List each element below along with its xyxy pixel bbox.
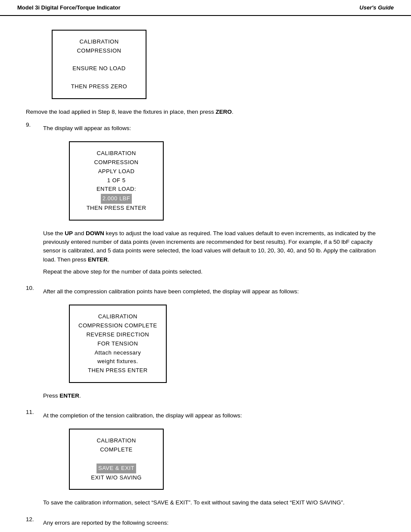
step-10: 10. After all the compression calibratio… [26, 284, 385, 404]
calibration-screen-4: CALIBRATION COMPLETE SAVE & EXIT EXIT W/… [69, 429, 164, 490]
press-enter-bold: ENTER [59, 392, 79, 399]
step-10-intro: After all the compression calibration po… [43, 287, 385, 296]
screen3-line3: REVERSE DIRECTION [78, 330, 157, 339]
para-step8-end: . [232, 109, 234, 115]
header-title-left: Model 3i Digital Force/Torque Indicator [17, 4, 121, 11]
step-12-content: Any errors are reported by the following… [43, 515, 385, 531]
screen1-line4: THEN PRESS ZERO [61, 82, 137, 91]
screen2-highlight: 2.000 LBF [78, 194, 154, 204]
para-up-key: UP [65, 230, 73, 236]
page-content: CALIBRATION COMPRESSION ENSURE NO LOAD T… [0, 16, 411, 532]
screen1-line3: ENSURE NO LOAD [61, 64, 137, 73]
screen4-line4: EXIT W/O SAVING [78, 473, 154, 482]
screen3-line4: FOR TENSION [78, 339, 157, 348]
screen4-spacer [78, 454, 154, 464]
step-12-num: 12. [26, 515, 43, 531]
para-repeat: Repeat the above step for the number of … [43, 268, 385, 276]
para-ud-end: . [108, 256, 109, 263]
screen2-line5: ENTER LOAD: [78, 185, 154, 194]
step-11-content: At the completion of the tension calibra… [43, 408, 385, 510]
screen2-line4: 1 OF 5 [78, 176, 154, 185]
screen1-line2: COMPRESSION [61, 47, 137, 56]
screen2-line7: THEN PRESS ENTER [78, 204, 154, 213]
page: Model 3i Digital Force/Torque Indicator … [0, 0, 411, 532]
para-step8: Remove the load applied in Step 8, leave… [26, 108, 385, 116]
press-enter-end: . [79, 392, 81, 399]
step-9-num: 9. [26, 121, 43, 280]
page-header: Model 3i Digital Force/Torque Indicator … [0, 0, 411, 16]
screen2-line1: CALIBRATION [78, 149, 154, 158]
para-step8-text: Remove the load applied in Step 8, leave… [26, 109, 216, 115]
screen4-line2: COMPLETE [78, 445, 154, 454]
screen3-line5: Attach necessary [78, 348, 157, 358]
screen4-line1: CALIBRATION [78, 436, 154, 445]
step-9-intro: The display will appear as follows: [43, 124, 385, 133]
screen3-line6: weight fixtures. [78, 357, 157, 366]
step-10-num: 10. [26, 284, 43, 404]
step-11-num: 11. [26, 408, 43, 510]
para-and: and [73, 230, 86, 236]
screen3-line2: COMPRESSION COMPLETE [78, 321, 157, 330]
para-step8-bold: ZERO [216, 109, 232, 115]
screen1-spacer2 [61, 73, 137, 82]
step-11-intro: At the completion of the tension calibra… [43, 411, 385, 420]
screen1-line1: CALIBRATION [61, 37, 137, 47]
para-down-key: DOWN [86, 230, 104, 236]
calibration-screen-3: CALIBRATION COMPRESSION COMPLETE REVERSE… [69, 305, 167, 383]
step-11: 11. At the completion of the tension cal… [26, 408, 385, 510]
calibration-screen-2: CALIBRATION COMPRESSION APPLY LOAD 1 OF … [69, 141, 164, 221]
screen1-spacer [61, 56, 137, 65]
para-updown: Use the UP and DOWN keys to adjust the l… [43, 229, 385, 264]
step-10-content: After all the compression calibration po… [43, 284, 385, 404]
press-enter-prefix: Press [43, 392, 59, 399]
screen2-line2: COMPRESSION [78, 158, 154, 167]
step-9: 9. The display will appear as follows: C… [26, 121, 385, 280]
para-press-enter: Press ENTER. [43, 392, 385, 400]
header-title-right: User's Guide [359, 4, 394, 11]
screen2-line3: APPLY LOAD [78, 167, 154, 176]
screen4-highlight: SAVE & EXIT [78, 464, 154, 473]
screen3-line1: CALIBRATION [78, 312, 157, 321]
para-up-down-prefix: Use the [43, 230, 65, 236]
screen3-line7: THEN PRESS ENTER [78, 366, 157, 375]
step-12: 12. Any errors are reported by the follo… [26, 515, 385, 531]
calibration-screen-1: CALIBRATION COMPRESSION ENSURE NO LOAD T… [52, 30, 146, 99]
step-9-content: The display will appear as follows: CALI… [43, 121, 385, 280]
para-save: To save the calibration information, sel… [43, 498, 385, 507]
para-enter-key: ENTER [88, 256, 108, 263]
step-12-intro: Any errors are reported by the following… [43, 519, 385, 527]
